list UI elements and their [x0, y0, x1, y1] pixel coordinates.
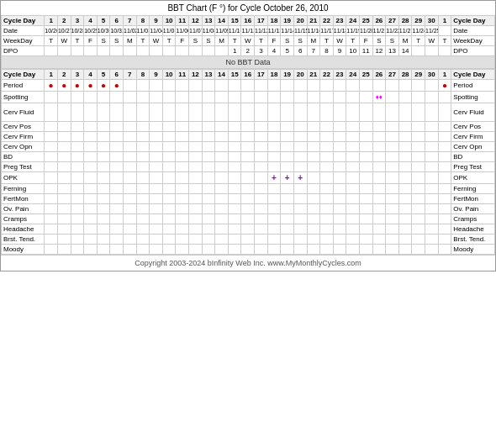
dpo-25: 11 — [359, 46, 372, 56]
cycle-day-label-b: Cycle Day — [2, 70, 45, 80]
date-9: 11/04 — [150, 26, 163, 36]
wd-3: T — [71, 36, 84, 46]
date-14: 11/09 — [215, 26, 229, 36]
cd-14: 14 — [215, 16, 229, 26]
wd-5: S — [97, 36, 110, 46]
date-6: 10/31 — [110, 26, 124, 36]
date-26: 11/21 — [372, 26, 386, 36]
wd-11: F — [176, 36, 189, 46]
cerv-opn-label-right: Cerv Opn — [451, 142, 495, 152]
chart-title: BBT Chart (F °) for Cycle October 26, 20… — [1, 1, 495, 15]
wd-8: T — [136, 36, 150, 46]
cd-25: 25 — [359, 16, 372, 26]
wd-7: M — [123, 36, 136, 46]
cd-11: 11 — [176, 16, 189, 26]
wd-28: M — [398, 36, 412, 46]
period-row: Period ● ● ● ● ● ● ● Period — [2, 80, 495, 92]
opk-label-right: OPK — [451, 172, 495, 184]
cerv-fluid-label: Cerv Fluid — [2, 103, 45, 122]
date-10: 11/05 — [162, 26, 176, 36]
dpo-12 — [189, 46, 203, 56]
cd-22: 22 — [320, 16, 334, 26]
cerv-firm-label-right: Cerv Firm — [451, 132, 495, 142]
ov-pain-label: Ov. Pain — [2, 204, 45, 214]
brst-tend-row: Brst. Tend. Brst. Tend. — [2, 235, 495, 245]
cerv-firm-row: Cerv Firm Cerv Firm — [2, 132, 495, 142]
date-3: 10/28 — [71, 26, 84, 36]
dpo-5 — [97, 46, 110, 56]
wd-23: W — [333, 36, 346, 46]
wd-15: T — [228, 36, 241, 46]
wd-1: T — [45, 36, 58, 46]
dpo-17: 3 — [255, 46, 268, 56]
moody-row: Moody Moody — [2, 245, 495, 255]
headache-row: Headache Headache — [2, 224, 495, 235]
wd-22: T — [320, 36, 334, 46]
date-19: 11/14 — [281, 26, 294, 36]
cd-28: 28 — [398, 16, 412, 26]
cd-1: 1 — [45, 16, 58, 26]
dpo-7 — [123, 46, 136, 56]
cerv-pos-label-right: Cerv Pos — [451, 122, 495, 132]
wd-4: F — [84, 36, 98, 46]
cd-17: 17 — [255, 16, 268, 26]
wd-6: S — [110, 36, 124, 46]
dpo-label: DPO — [2, 46, 45, 56]
cd-31: 1 — [438, 16, 451, 26]
no-bbt-row: No BBT Data — [2, 56, 495, 69]
preg-test-label-right: Preg Test — [451, 162, 495, 172]
dpo-row: DPO 1 2 3 4 5 6 7 8 9 10 11 12 — [2, 46, 495, 56]
dpo-13 — [202, 46, 215, 56]
dpo-2 — [57, 46, 71, 56]
cd-6: 6 — [110, 16, 124, 26]
cd-8: 8 — [136, 16, 150, 26]
brst-tend-label: Brst. Tend. — [2, 235, 45, 245]
headache-label-right: Headache — [451, 224, 495, 235]
dpo-9 — [150, 46, 163, 56]
cd-27: 27 — [386, 16, 399, 26]
preg-test-row: Preg Test Preg Test — [2, 162, 495, 172]
dpo-label-right: DPO — [451, 46, 495, 56]
wd-24: T — [346, 36, 360, 46]
wd-20: S — [293, 36, 307, 46]
cd-5: 5 — [97, 16, 110, 26]
date-4: 10/29 — [84, 26, 98, 36]
dpo-29 — [412, 46, 425, 56]
date-23: 11/18 — [333, 26, 346, 36]
cd-4: 4 — [84, 16, 98, 26]
date-13: 11/08 — [202, 26, 215, 36]
cd-29: 29 — [412, 16, 425, 26]
date-20: 11/15 — [293, 26, 307, 36]
cd-21: 21 — [307, 16, 320, 26]
cd-15: 15 — [228, 16, 241, 26]
weekday-row: WeekDay T W T F S S M T W T F S S M T W … — [2, 36, 495, 46]
wd-12: S — [189, 36, 203, 46]
cd-10: 10 — [162, 16, 176, 26]
cycle-day-label-b-right: Cycle Day — [451, 70, 495, 80]
cd-16: 16 — [241, 16, 255, 26]
dpo-1 — [45, 46, 58, 56]
date-11: 11/06 — [176, 26, 189, 36]
date-29: 11/24 — [412, 26, 425, 36]
wd-2: W — [57, 36, 71, 46]
moody-label: Moody — [2, 245, 45, 255]
dpo-24: 10 — [346, 46, 360, 56]
cd-7: 7 — [123, 16, 136, 26]
wd-27: S — [386, 36, 399, 46]
opk-label: OPK — [2, 172, 45, 184]
bbt-table: Cycle Day 1 2 3 4 5 6 7 8 9 10 11 12 13 … — [1, 15, 495, 69]
wd-18: F — [267, 36, 281, 46]
ov-pain-row: Ov. Pain Ov. Pain — [2, 204, 495, 214]
ferning-row: Ferning Ferning — [2, 184, 495, 194]
ferning-label: Ferning — [2, 184, 45, 194]
symptom-table: Cycle Day 123 456 789 101112 131415 1617… — [1, 69, 495, 255]
date-12: 11/07 — [189, 26, 203, 36]
cycle-day-label-right: Cycle Day — [451, 16, 495, 26]
dpo-19: 5 — [281, 46, 294, 56]
date-25: 11/20 — [359, 26, 372, 36]
date-row: Date 10/26 10/27 10/28 10/29 10/30 10/31… — [2, 26, 495, 36]
wd-19: S — [281, 36, 294, 46]
dpo-18: 4 — [267, 46, 281, 56]
dpo-28: 14 — [398, 46, 412, 56]
dpo-26: 12 — [372, 46, 386, 56]
